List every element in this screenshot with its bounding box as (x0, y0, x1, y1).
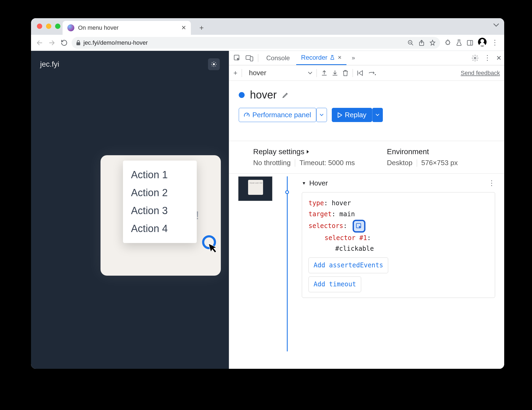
minimize-window-button[interactable] (46, 24, 51, 29)
extensions-icon[interactable] (445, 40, 451, 46)
content-area: jec.fyi Hover over me! Action 1 Action 2… (31, 51, 504, 369)
throttling-value: No throttling (253, 159, 291, 167)
tab-favicon (67, 24, 74, 31)
dropdown-menu: Action 1 Action 2 Action 3 Action 4 (123, 161, 197, 243)
extension-icons: ⋮ (443, 38, 500, 48)
profile-avatar[interactable] (478, 38, 487, 48)
share-icon[interactable] (419, 40, 425, 46)
svg-line-15 (212, 66, 213, 66)
edit-title-button[interactable] (282, 92, 289, 98)
prop-key-selectors: selectors (309, 222, 343, 230)
device-value: Desktop (387, 159, 412, 167)
timeline (280, 176, 294, 298)
url-text: jec.fyi/demo/menu-hover (83, 39, 405, 46)
back-button[interactable] (35, 38, 44, 48)
environment-label: Environment (387, 147, 458, 156)
step-menu-button[interactable]: ⋮ (488, 179, 495, 187)
recording-title: hover (250, 89, 277, 101)
svg-line-2 (411, 44, 413, 45)
prop-val-target[interactable]: main (340, 210, 355, 218)
timeline-step-marker[interactable] (285, 190, 289, 194)
timeout-value: Timeout: 5000 ms (299, 159, 355, 167)
recorder-tab[interactable]: Recorder ✕ (296, 51, 346, 65)
selector-picker-button[interactable] (353, 220, 365, 233)
bookmark-icon[interactable] (429, 40, 436, 46)
export-icon[interactable] (321, 70, 327, 76)
address-bar[interactable]: jec.fyi/demo/menu-hover (72, 37, 440, 49)
webpage: jec.fyi Hover over me! Action 1 Action 2… (31, 51, 229, 369)
close-tab-button[interactable]: ✕ (181, 24, 186, 31)
recorder-labs-icon (330, 55, 334, 60)
tab-title: On menu hover (78, 24, 175, 31)
continue-icon[interactable] (357, 70, 364, 76)
device-toolbar-icon[interactable] (244, 55, 255, 61)
svg-point-22 (375, 74, 376, 75)
settings-icon[interactable] (472, 55, 479, 62)
replay-settings-bar: Replay settings No throttling Timeout: 5… (229, 141, 504, 174)
replay-settings-toggle[interactable]: Replay settings (253, 147, 355, 156)
svg-point-8 (213, 63, 215, 65)
add-asserted-events-button[interactable]: Add assertedEvents (309, 257, 388, 273)
svg-line-16 (215, 62, 216, 63)
tab-list-dropdown[interactable] (494, 24, 499, 27)
theme-toggle-button[interactable] (208, 58, 220, 70)
close-devtools-icon[interactable]: ✕ (496, 54, 502, 62)
inspect-element-icon[interactable] (232, 55, 242, 62)
step-icon[interactable] (368, 70, 376, 76)
step-thumbnail[interactable]: Hover over me! (238, 176, 272, 201)
recording-status-dot (239, 92, 245, 98)
add-timeout-button[interactable]: Add timeout (309, 276, 361, 292)
svg-rect-19 (250, 57, 253, 61)
console-tab[interactable]: Console (261, 51, 295, 65)
menu-item-3[interactable]: Action 3 (123, 202, 197, 220)
cursor-icon (208, 241, 219, 255)
more-tabs-icon[interactable]: » (348, 55, 359, 62)
replay-dropdown[interactable] (372, 108, 383, 122)
new-tab-button[interactable]: + (196, 24, 207, 32)
labs-icon[interactable] (456, 39, 462, 46)
selector-value[interactable]: #clickable (335, 245, 374, 252)
menu-item-2[interactable]: Action 2 (123, 184, 197, 202)
performance-panel-dropdown[interactable] (316, 108, 327, 122)
browser-tab[interactable]: On menu hover ✕ (63, 21, 191, 35)
zoom-icon[interactable] (407, 40, 414, 46)
import-icon[interactable] (332, 70, 338, 76)
devtools-panel: Console Recorder ✕ » ⋮ ✕ + hover (229, 51, 504, 369)
devtools-menu-icon[interactable]: ⋮ (484, 54, 491, 62)
new-recording-button[interactable]: + (233, 69, 237, 77)
chevron-down-icon[interactable] (308, 72, 312, 74)
step-properties: type: hover target: main selectors: sele… (302, 192, 495, 298)
panel-icon[interactable] (467, 40, 473, 46)
recording-steps: Hover over me! ▼ Hover ⋮ type: hover tar… (229, 174, 504, 298)
replay-button[interactable]: Replay (332, 108, 372, 122)
close-window-button[interactable] (37, 24, 42, 29)
svg-line-13 (212, 62, 213, 63)
omnibox-actions (407, 40, 436, 46)
site-name[interactable]: jec.fyi (40, 60, 59, 69)
prop-key-type: type (309, 199, 324, 207)
svg-line-14 (215, 66, 216, 66)
delete-icon[interactable] (342, 70, 348, 77)
collapse-icon: ▼ (302, 181, 306, 186)
maximize-window-button[interactable] (55, 24, 60, 29)
traffic-lights (37, 24, 60, 29)
recording-selector[interactable]: hover (246, 69, 304, 77)
close-recorder-tab[interactable]: ✕ (338, 55, 342, 60)
step-header[interactable]: ▼ Hover ⋮ (302, 176, 495, 190)
svg-rect-0 (76, 42, 80, 45)
svg-point-21 (474, 57, 476, 59)
lock-icon (76, 40, 81, 45)
send-feedback-link[interactable]: Send feedback (461, 70, 500, 77)
menu-item-1[interactable]: Action 1 (123, 166, 197, 184)
svg-rect-6 (467, 40, 473, 45)
forward-button[interactable] (47, 38, 57, 48)
menu-item-4[interactable]: Action 4 (123, 220, 197, 238)
performance-panel-button[interactable]: Performance panel (239, 108, 316, 122)
reload-button[interactable] (59, 38, 69, 48)
hover-target-card[interactable]: Hover over me! Action 1 Action 2 Action … (101, 155, 221, 276)
devtools-tabstrip: Console Recorder ✕ » ⋮ ✕ (229, 51, 504, 65)
prop-val-type[interactable]: hover (332, 199, 351, 207)
toolbar: jec.fyi/demo/menu-hover ⋮ (31, 35, 504, 51)
chrome-menu-icon[interactable]: ⋮ (491, 39, 498, 47)
titlebar: On menu hover ✕ + (31, 18, 504, 35)
